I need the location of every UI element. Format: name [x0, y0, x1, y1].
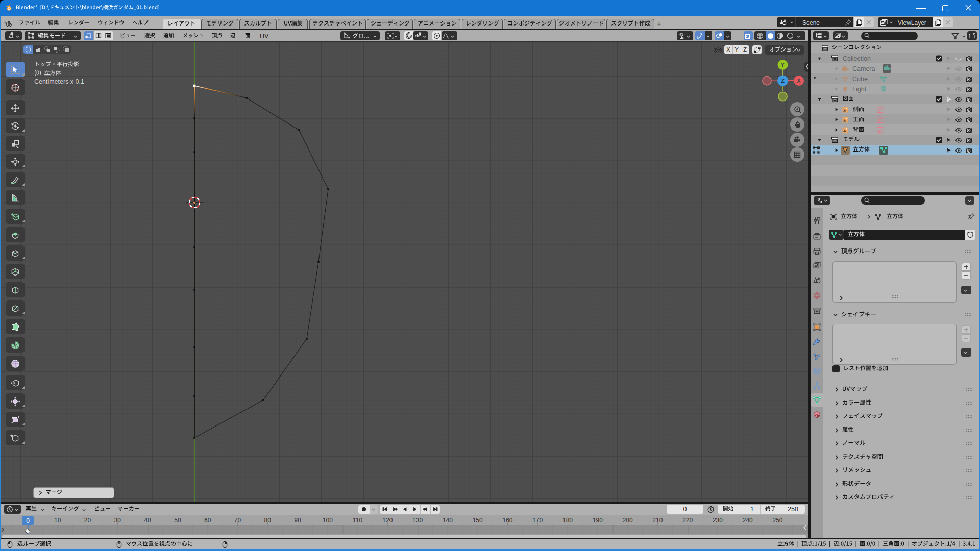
svg-text:Z: Z [781, 78, 785, 84]
svg-text:Y: Y [781, 62, 785, 68]
svg-text:X: X [797, 78, 801, 84]
